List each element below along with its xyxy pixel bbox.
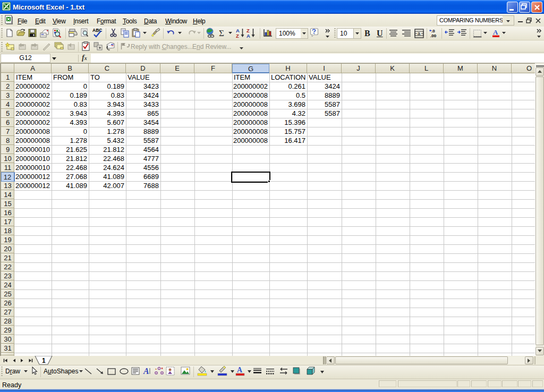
svg-text:Σ: Σ	[219, 28, 224, 38]
svg-text:A: A	[493, 28, 498, 36]
svg-text:ABC: ABC	[92, 28, 102, 33]
svg-text:.0: .0	[431, 29, 435, 33]
svg-text:.00: .00	[430, 33, 437, 38]
svg-text:a: a	[418, 31, 420, 36]
svg-text:A: A	[143, 367, 149, 376]
svg-text:1: 1	[42, 357, 46, 364]
svg-text:A: A	[237, 366, 243, 374]
svg-text:Z: Z	[236, 33, 239, 38]
svg-text:A: A	[246, 33, 250, 38]
